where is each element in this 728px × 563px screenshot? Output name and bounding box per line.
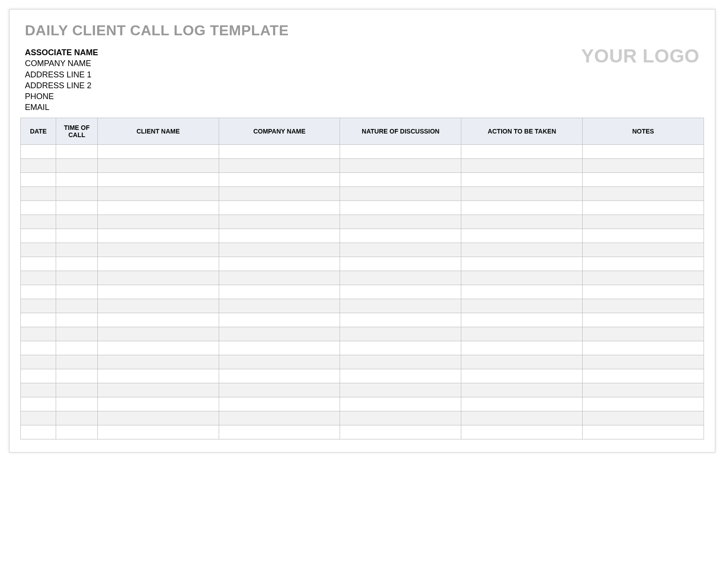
cell-notes[interactable]: [583, 200, 704, 215]
cell-client_name[interactable]: [97, 425, 219, 439]
cell-company_name[interactable]: [219, 383, 340, 397]
cell-notes[interactable]: [583, 327, 704, 341]
cell-time_of_call[interactable]: [56, 299, 97, 313]
cell-date[interactable]: [21, 383, 56, 397]
cell-nature_of_discussion[interactable]: [340, 257, 461, 271]
cell-time_of_call[interactable]: [56, 397, 97, 411]
cell-client_name[interactable]: [97, 144, 219, 158]
cell-nature_of_discussion[interactable]: [340, 215, 461, 229]
cell-client_name[interactable]: [97, 369, 219, 383]
cell-company_name[interactable]: [219, 243, 340, 257]
cell-nature_of_discussion[interactable]: [340, 383, 461, 397]
cell-date[interactable]: [21, 355, 56, 369]
cell-nature_of_discussion[interactable]: [340, 299, 461, 313]
cell-client_name[interactable]: [97, 271, 219, 285]
cell-nature_of_discussion[interactable]: [340, 200, 461, 215]
cell-company_name[interactable]: [219, 397, 340, 411]
cell-date[interactable]: [21, 144, 56, 158]
cell-nature_of_discussion[interactable]: [340, 186, 461, 200]
cell-action_to_be_taken[interactable]: [461, 383, 583, 397]
cell-nature_of_discussion[interactable]: [340, 243, 461, 257]
cell-time_of_call[interactable]: [56, 355, 97, 369]
cell-client_name[interactable]: [97, 172, 219, 186]
cell-time_of_call[interactable]: [56, 383, 97, 397]
cell-company_name[interactable]: [219, 411, 340, 425]
cell-date[interactable]: [21, 257, 56, 271]
cell-time_of_call[interactable]: [56, 285, 97, 299]
cell-notes[interactable]: [583, 425, 704, 439]
cell-date[interactable]: [21, 313, 56, 327]
cell-nature_of_discussion[interactable]: [340, 327, 461, 341]
cell-nature_of_discussion[interactable]: [340, 369, 461, 383]
cell-nature_of_discussion[interactable]: [340, 341, 461, 355]
cell-notes[interactable]: [583, 229, 704, 243]
cell-notes[interactable]: [583, 397, 704, 411]
cell-company_name[interactable]: [219, 215, 340, 229]
cell-client_name[interactable]: [97, 341, 219, 355]
cell-client_name[interactable]: [97, 397, 219, 411]
cell-nature_of_discussion[interactable]: [340, 411, 461, 425]
cell-action_to_be_taken[interactable]: [461, 341, 583, 355]
cell-time_of_call[interactable]: [56, 327, 97, 341]
cell-action_to_be_taken[interactable]: [461, 299, 583, 313]
cell-time_of_call[interactable]: [56, 271, 97, 285]
cell-nature_of_discussion[interactable]: [340, 355, 461, 369]
cell-action_to_be_taken[interactable]: [461, 425, 583, 439]
cell-notes[interactable]: [583, 285, 704, 299]
cell-notes[interactable]: [583, 257, 704, 271]
cell-notes[interactable]: [583, 313, 704, 327]
cell-nature_of_discussion[interactable]: [340, 313, 461, 327]
cell-client_name[interactable]: [97, 257, 219, 271]
cell-company_name[interactable]: [219, 158, 340, 172]
cell-notes[interactable]: [583, 341, 704, 355]
cell-nature_of_discussion[interactable]: [340, 271, 461, 285]
cell-action_to_be_taken[interactable]: [461, 369, 583, 383]
cell-time_of_call[interactable]: [56, 257, 97, 271]
cell-date[interactable]: [21, 186, 56, 200]
cell-date[interactable]: [21, 243, 56, 257]
cell-company_name[interactable]: [219, 355, 340, 369]
cell-company_name[interactable]: [219, 299, 340, 313]
cell-time_of_call[interactable]: [56, 425, 97, 439]
cell-date[interactable]: [21, 229, 56, 243]
cell-action_to_be_taken[interactable]: [461, 186, 583, 200]
cell-company_name[interactable]: [219, 271, 340, 285]
cell-client_name[interactable]: [97, 158, 219, 172]
cell-action_to_be_taken[interactable]: [461, 411, 583, 425]
cell-date[interactable]: [21, 397, 56, 411]
cell-time_of_call[interactable]: [56, 158, 97, 172]
cell-action_to_be_taken[interactable]: [461, 200, 583, 215]
cell-client_name[interactable]: [97, 299, 219, 313]
cell-company_name[interactable]: [219, 200, 340, 215]
cell-nature_of_discussion[interactable]: [340, 158, 461, 172]
cell-company_name[interactable]: [219, 341, 340, 355]
cell-date[interactable]: [21, 425, 56, 439]
cell-company_name[interactable]: [219, 327, 340, 341]
cell-client_name[interactable]: [97, 200, 219, 215]
cell-notes[interactable]: [583, 215, 704, 229]
cell-time_of_call[interactable]: [56, 243, 97, 257]
cell-client_name[interactable]: [97, 285, 219, 299]
cell-date[interactable]: [21, 200, 56, 215]
cell-notes[interactable]: [583, 299, 704, 313]
cell-action_to_be_taken[interactable]: [461, 271, 583, 285]
cell-company_name[interactable]: [219, 425, 340, 439]
cell-notes[interactable]: [583, 144, 704, 158]
cell-date[interactable]: [21, 285, 56, 299]
cell-notes[interactable]: [583, 369, 704, 383]
cell-client_name[interactable]: [97, 243, 219, 257]
cell-time_of_call[interactable]: [56, 200, 97, 215]
cell-client_name[interactable]: [97, 355, 219, 369]
cell-nature_of_discussion[interactable]: [340, 229, 461, 243]
cell-date[interactable]: [21, 341, 56, 355]
cell-notes[interactable]: [583, 411, 704, 425]
cell-action_to_be_taken[interactable]: [461, 215, 583, 229]
cell-time_of_call[interactable]: [56, 341, 97, 355]
cell-client_name[interactable]: [97, 383, 219, 397]
cell-client_name[interactable]: [97, 229, 219, 243]
cell-client_name[interactable]: [97, 186, 219, 200]
cell-nature_of_discussion[interactable]: [340, 425, 461, 439]
cell-action_to_be_taken[interactable]: [461, 285, 583, 299]
cell-time_of_call[interactable]: [56, 313, 97, 327]
cell-company_name[interactable]: [219, 144, 340, 158]
